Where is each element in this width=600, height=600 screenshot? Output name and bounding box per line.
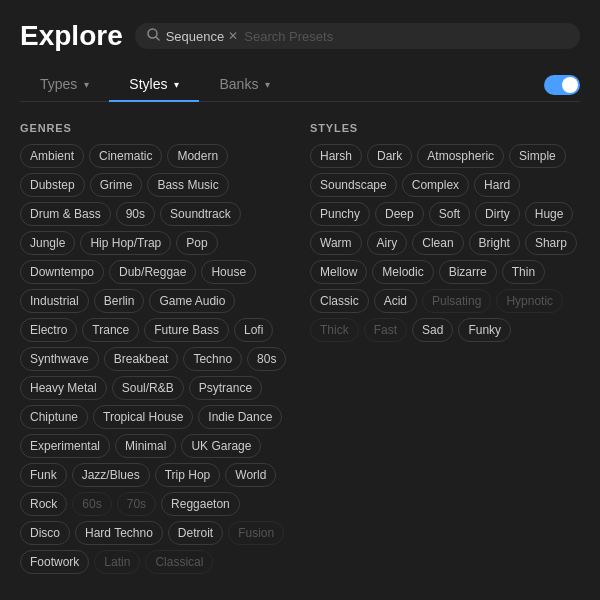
style-tag[interactable]: Thick — [310, 318, 359, 342]
tab-banks[interactable]: Banks ▾ — [199, 68, 290, 102]
genre-tag[interactable]: Grime — [90, 173, 143, 197]
style-tag[interactable]: Hard — [474, 173, 520, 197]
genre-tag[interactable]: Breakbeat — [104, 347, 179, 371]
toggle-container — [544, 75, 580, 95]
genre-tag[interactable]: Lofi — [234, 318, 273, 342]
genre-tag[interactable]: Berlin — [94, 289, 145, 313]
style-tag[interactable]: Atmospheric — [417, 144, 504, 168]
genre-tag[interactable]: Fusion — [228, 521, 284, 545]
genre-tag[interactable]: Latin — [94, 550, 140, 574]
genre-tag[interactable]: Synthwave — [20, 347, 99, 371]
style-tag[interactable]: Soft — [429, 202, 470, 226]
genre-tag[interactable]: 70s — [117, 492, 156, 516]
genre-tag[interactable]: Heavy Metal — [20, 376, 107, 400]
style-tag[interactable]: Airy — [367, 231, 408, 255]
genre-tag[interactable]: Hard Techno — [75, 521, 163, 545]
style-tag[interactable]: Dirty — [475, 202, 520, 226]
genre-tag[interactable]: 60s — [72, 492, 111, 516]
content-area: GENRES AmbientCinematicModernDubstepGrim… — [20, 122, 580, 574]
style-tag[interactable]: Clean — [412, 231, 463, 255]
style-tag[interactable]: Melodic — [372, 260, 433, 284]
search-tag-close-icon[interactable]: ✕ — [228, 29, 238, 43]
genre-tag[interactable]: Downtempo — [20, 260, 104, 284]
genre-tag[interactable]: Classical — [145, 550, 213, 574]
tab-styles[interactable]: Styles ▾ — [109, 68, 199, 102]
genre-tag[interactable]: Techno — [183, 347, 242, 371]
genre-tag[interactable]: Cinematic — [89, 144, 162, 168]
style-tag[interactable]: Huge — [525, 202, 574, 226]
genre-tag[interactable]: Electro — [20, 318, 77, 342]
style-tag[interactable]: Soundscape — [310, 173, 397, 197]
style-tag[interactable]: Pulsating — [422, 289, 491, 313]
style-tag[interactable]: Hypnotic — [496, 289, 563, 313]
genre-tag[interactable]: Ambient — [20, 144, 84, 168]
genre-tag[interactable]: World — [225, 463, 276, 487]
genre-tag[interactable]: Experimental — [20, 434, 110, 458]
genre-tag[interactable]: Jungle — [20, 231, 75, 255]
svg-line-1 — [156, 37, 159, 40]
style-tag[interactable]: Deep — [375, 202, 424, 226]
genre-tag[interactable]: House — [201, 260, 256, 284]
style-tag[interactable]: Warm — [310, 231, 362, 255]
genre-tag[interactable]: Footwork — [20, 550, 89, 574]
genre-tag[interactable]: Modern — [167, 144, 228, 168]
app-container: Explore Sequence ✕ Search Presets Types … — [0, 0, 600, 600]
page-title: Explore — [20, 20, 123, 52]
genres-section-title: GENRES — [20, 122, 290, 134]
genre-tag[interactable]: Soul/R&B — [112, 376, 184, 400]
style-tag[interactable]: Harsh — [310, 144, 362, 168]
genre-tag[interactable]: 90s — [116, 202, 155, 226]
genre-tag[interactable]: Dub/Reggae — [109, 260, 196, 284]
chevron-down-icon: ▾ — [174, 79, 179, 90]
chevron-down-icon: ▾ — [84, 79, 89, 90]
genre-tag[interactable]: Psytrance — [189, 376, 262, 400]
style-tag[interactable]: Dark — [367, 144, 412, 168]
toggle-switch[interactable] — [544, 75, 580, 95]
genre-tag[interactable]: Disco — [20, 521, 70, 545]
genre-tag[interactable]: Jazz/Blues — [72, 463, 150, 487]
search-tag: Sequence ✕ — [166, 29, 239, 44]
genre-tag[interactable]: Rock — [20, 492, 67, 516]
style-tag[interactable]: Fast — [364, 318, 407, 342]
style-tag[interactable]: Simple — [509, 144, 566, 168]
chevron-down-icon: ▾ — [265, 79, 270, 90]
genre-tag[interactable]: Reggaeton — [161, 492, 240, 516]
styles-tags: HarshDarkAtmosphericSimpleSoundscapeComp… — [310, 144, 580, 342]
style-tag[interactable]: Sharp — [525, 231, 577, 255]
tab-types[interactable]: Types ▾ — [20, 68, 109, 102]
genre-tag[interactable]: Hip Hop/Trap — [80, 231, 171, 255]
styles-section-title: STYLES — [310, 122, 580, 134]
search-bar[interactable]: Sequence ✕ Search Presets — [135, 23, 580, 49]
genre-tag[interactable]: 80s — [247, 347, 286, 371]
genre-tag[interactable]: Bass Music — [147, 173, 228, 197]
style-tag[interactable]: Complex — [402, 173, 469, 197]
genre-tag[interactable]: Game Audio — [149, 289, 235, 313]
genre-tag[interactable]: Dubstep — [20, 173, 85, 197]
genre-tag[interactable]: Trance — [82, 318, 139, 342]
genre-tag[interactable]: UK Garage — [181, 434, 261, 458]
genre-tag[interactable]: Trip Hop — [155, 463, 221, 487]
genre-tag[interactable]: Funk — [20, 463, 67, 487]
genre-tag[interactable]: Soundtrack — [160, 202, 241, 226]
style-tag[interactable]: Punchy — [310, 202, 370, 226]
genre-tag[interactable]: Future Bass — [144, 318, 229, 342]
style-tag[interactable]: Bizarre — [439, 260, 497, 284]
style-tag[interactable]: Classic — [310, 289, 369, 313]
genre-tag[interactable]: Detroit — [168, 521, 223, 545]
style-tag[interactable]: Acid — [374, 289, 417, 313]
search-placeholder: Search Presets — [244, 29, 333, 44]
genre-tag[interactable]: Industrial — [20, 289, 89, 313]
genre-tag[interactable]: Tropical House — [93, 405, 193, 429]
genre-tag[interactable]: Pop — [176, 231, 217, 255]
style-tag[interactable]: Sad — [412, 318, 453, 342]
style-tag[interactable]: Thin — [502, 260, 545, 284]
style-tag[interactable]: Mellow — [310, 260, 367, 284]
style-tag[interactable]: Bright — [469, 231, 520, 255]
search-tag-text: Sequence — [166, 29, 225, 44]
genres-column: GENRES AmbientCinematicModernDubstepGrim… — [20, 122, 290, 574]
genre-tag[interactable]: Drum & Bass — [20, 202, 111, 226]
genre-tag[interactable]: Indie Dance — [198, 405, 282, 429]
style-tag[interactable]: Funky — [458, 318, 511, 342]
genre-tag[interactable]: Minimal — [115, 434, 176, 458]
genre-tag[interactable]: Chiptune — [20, 405, 88, 429]
